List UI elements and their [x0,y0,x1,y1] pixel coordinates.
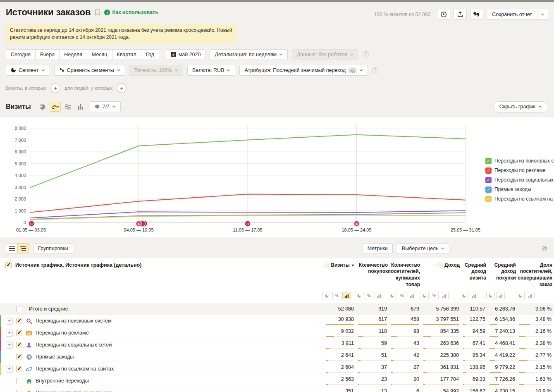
row-checkbox[interactable] [16,330,22,336]
table-row[interactable]: Внутренние переходы2 5632320177 70469,33… [0,375,554,387]
legend-item[interactable]: ✓Переходы из поисковых систем [485,158,554,164]
metric-view-pie-toggle[interactable] [460,292,468,299]
metric-view-percent-toggle[interactable]: % [398,292,406,299]
metric-view-pie-toggle[interactable] [420,292,429,299]
metric-view-percent-toggle[interactable]: % [332,292,341,299]
row-checkbox[interactable] [16,354,22,360]
column-header[interactable]: ?Количество посетителей, купивших товар% [388,262,420,299]
metric-view-pie-toggle[interactable] [388,292,396,299]
row-label[interactable]: Переходы с почтовых рассылок [36,390,112,392]
robots-help-icon[interactable]: ? [363,51,369,57]
period-tab-month[interactable]: Месяц [87,49,112,60]
expand-row-button[interactable]: + [6,366,13,373]
row-label[interactable]: Прямые заходы [36,354,74,360]
table-row[interactable]: +ADПереходы по рекламе9 03211898854 3359… [0,327,554,339]
table-row[interactable]: +Переходы из поисковых систем30 93861745… [0,315,554,327]
column-help-icon[interactable]: ? [437,263,443,268]
metric-view-percent-toggle[interactable]: % [430,292,439,299]
column-help-icon[interactable]: ? [324,263,329,268]
how-to-use-link[interactable]: i Как использовать [104,10,158,15]
attribution-help-icon[interactable]: ? [372,67,378,73]
chart-type-pie-button[interactable] [37,102,48,112]
row-label[interactable]: Внутренние переходы [36,378,89,384]
segment-dropdown[interactable]: Сегмент [6,65,50,76]
row-checkbox[interactable] [16,366,22,372]
metric-view-percent-toggle[interactable]: % [365,292,373,299]
save-report-button[interactable]: Сохранить отчет [487,9,537,20]
column-header[interactable]: ?Доля посетителей, совершивших заказ [516,262,552,299]
expand-row-button[interactable]: + [6,342,13,349]
flat-list-view-button[interactable] [6,243,17,253]
column-header[interactable]: Средний доход покупки [486,262,516,299]
legend-item[interactable]: ✓Переходы по рекламе [485,167,554,174]
legend-checkbox[interactable]: ✓ [485,196,492,202]
period-tab-today[interactable]: Сегодня [6,49,35,60]
period-tab-year[interactable]: Год [141,49,159,60]
column-help-icon[interactable]: ? [381,263,386,268]
history-button[interactable] [437,9,450,20]
metric-view-pie-toggle[interactable] [516,292,525,299]
row-label[interactable]: Переходы из социальных сетей [36,342,112,348]
row-checkbox[interactable] [16,378,22,384]
metric-view-bar-toggle[interactable] [408,292,416,299]
expand-row-button[interactable]: + [6,330,13,337]
attribution-dropdown[interactable]: Атрибуция: Последний значимый переход кд [239,65,368,76]
metric-view-bar-toggle[interactable] [470,292,478,299]
row-checkbox[interactable] [16,342,22,348]
metric-view-bar-toggle[interactable] [496,292,505,299]
column-header[interactable]: ?Визиты ▼% [322,262,355,299]
save-report-menu-button[interactable] [537,9,548,20]
table-row[interactable]: Прямые заходы2 6415142225 38085,344 419,… [0,351,554,363]
date-range-button[interactable]: май 2020 [166,49,206,60]
chart-type-area-button[interactable] [62,102,74,112]
column-help-icon[interactable]: ? [511,263,516,268]
legend-item[interactable]: ✓Переходы по ссылкам на сайтах [485,196,554,202]
row-label[interactable]: Итого и средние [29,306,68,312]
groupings-button[interactable]: Группировки [33,243,73,254]
row-label[interactable]: Переходы по рекламе [36,330,89,336]
row-checkbox[interactable] [16,318,22,324]
table-row[interactable]: Итого и средние52 0609196795 756 399110,… [0,303,554,315]
metric-view-pie-toggle[interactable] [486,292,495,299]
add-people-filter-button[interactable]: + [117,83,127,93]
row-label[interactable]: Переходы по ссылкам на сайтах [36,366,114,372]
data-robots-dropdown[interactable]: Данные: без роботов [292,49,358,60]
table-row[interactable]: Переходы с почтовых рассылок35113654 992… [0,387,554,392]
bookmark-icon[interactable] [95,9,100,16]
detalization-dropdown[interactable]: Детализация: по неделям [210,49,288,60]
chart-type-columns-button[interactable] [75,102,86,112]
metric-view-pie-toggle[interactable] [322,292,331,299]
column-header[interactable]: ?Доход% [420,262,460,299]
add-visits-filter-button[interactable]: + [50,83,60,93]
table-row[interactable]: +Переходы по ссылкам на сайтах2 60437273… [0,363,554,375]
row-checkbox[interactable] [16,390,22,392]
compare-segments-dropdown[interactable]: Сравнить сегменты [54,65,125,76]
metric-view-bar-toggle[interactable] [375,292,383,299]
comments-button[interactable] [470,9,483,20]
legend-item[interactable]: ✓Переходы из социальных сетей [485,177,554,183]
table-row[interactable]: +Переходы из социальных сетей3 911594326… [0,339,554,351]
legend-checkbox[interactable]: ✓ [485,177,492,183]
goals-dropdown[interactable]: 7/7 [90,101,121,112]
legend-item[interactable]: ✓Прямые заходы [485,186,554,193]
metric-view-bar-toggle[interactable] [526,292,535,299]
metric-view-bar-toggle[interactable] [440,292,449,299]
table-settings-button[interactable] [541,245,548,252]
row-label[interactable]: Переходы из поисковых систем [36,318,112,324]
legend-checkbox[interactable]: ✓ [485,158,492,164]
column-header[interactable]: Средний доход визита [460,262,486,299]
accuracy-dropdown[interactable]: Точность: 100% [129,65,183,76]
row-checkbox[interactable] [16,306,22,312]
period-tab-week[interactable]: Неделя [59,49,87,60]
metric-view-bar-toggle[interactable] [342,292,351,299]
metric-view-pie-toggle[interactable] [355,292,363,299]
period-tab-quarter[interactable]: Квартал [112,49,141,60]
period-tab-yesterday[interactable]: Вчера [35,49,59,60]
export-button[interactable] [454,9,467,20]
hide-chart-button[interactable]: Скрыть график [493,101,548,112]
expand-row-button[interactable]: + [6,318,13,325]
goal-select-dropdown[interactable]: Выберите цель [397,243,450,254]
legend-checkbox[interactable]: ✓ [485,167,492,174]
legend-checkbox[interactable]: ✓ [485,186,492,193]
currency-dropdown[interactable]: Валюта: RUB [187,65,236,76]
